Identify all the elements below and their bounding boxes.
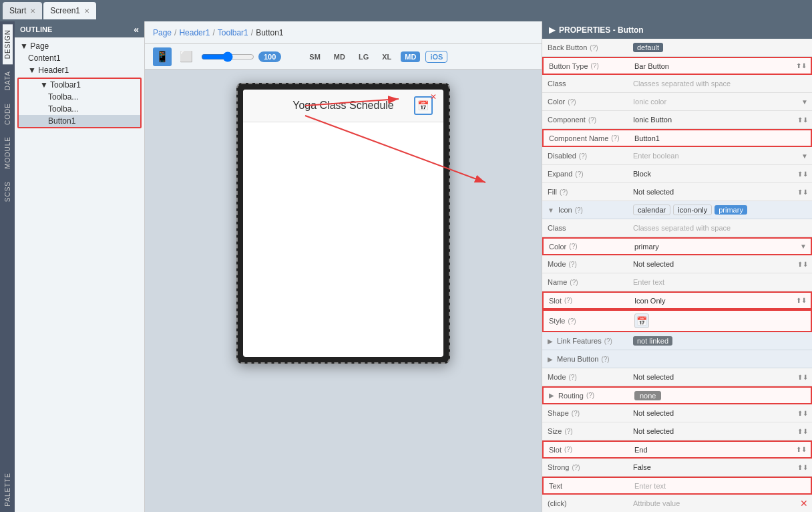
tab-screen1-close[interactable]: ✕ (84, 7, 89, 15)
prop-help-shape[interactable]: (?) (572, 410, 580, 417)
prop-help-expand[interactable]: (?) (575, 170, 583, 178)
disabled-arrow[interactable]: ▼ (801, 152, 808, 160)
prop-help-size[interactable]: (?) (564, 428, 572, 435)
calendar-button[interactable]: 📅 ✕ (414, 96, 433, 115)
prop-help-routing[interactable]: (?) (586, 392, 594, 399)
routing-expand-btn[interactable]: ▶ (549, 392, 554, 399)
bp-xl[interactable]: XL (378, 51, 395, 62)
fill-arrow[interactable]: ⬆⬇ (797, 188, 808, 196)
tree-item-content1[interactable]: Content1 (15, 52, 144, 64)
mobile-device-btn[interactable]: 📱 (153, 47, 172, 66)
icon-expand-btn[interactable]: ▼ (548, 207, 554, 214)
prop-style: Style (?) 📅 (542, 309, 812, 332)
breadcrumb-page[interactable]: Page (153, 28, 172, 37)
prop-help-menu-button[interactable]: (?) (601, 356, 609, 363)
app-header: Yoga Class Schedule 📅 ✕ (243, 90, 443, 122)
prop-value-text[interactable]: Enter text (634, 482, 666, 490)
tablet-device-btn[interactable]: ⬜ (177, 47, 196, 66)
prop-strong: Strong (?) False ⬆⬇ (542, 459, 812, 477)
prop-help-color-primary[interactable]: (?) (569, 243, 577, 250)
prop-help-component-name[interactable]: (?) (611, 134, 619, 142)
prop-value-class-2[interactable]: Classes separated with space (633, 224, 731, 232)
prop-help-link-features[interactable]: (?) (604, 338, 612, 345)
prop-help-style[interactable]: (?) (568, 317, 576, 325)
outline-collapse-btn[interactable]: « (134, 24, 139, 35)
prop-component-name: Component Name (?) Button1 (542, 129, 812, 147)
link-features-expand-btn[interactable]: ▶ (548, 338, 553, 345)
component-arrow[interactable]: ⬆⬇ (797, 116, 808, 124)
prop-value-fill: Not selected (633, 188, 674, 196)
phone-frame: Yoga Class Schedule 📅 ✕ (236, 83, 450, 364)
tree-item-button1[interactable]: Button1 (19, 115, 140, 127)
link-features-not-linked-tag[interactable]: not linked (633, 336, 672, 346)
prop-help-button-type[interactable]: (?) (591, 62, 599, 70)
prop-help-slot-2[interactable]: (?) (564, 446, 572, 453)
shape-arrow[interactable]: ⬆⬇ (797, 410, 808, 417)
prop-help-component[interactable]: (?) (588, 116, 596, 124)
size-arrow[interactable]: ⬆⬇ (797, 428, 808, 435)
rail-design[interactable]: DESIGN (3, 24, 13, 64)
rail-module[interactable]: MODULE (3, 131, 13, 174)
slot-2-arrow[interactable]: ⬆⬇ (796, 446, 807, 453)
prop-help-slot-1[interactable]: (?) (564, 297, 572, 304)
rail-scss[interactable]: SCSS (3, 176, 13, 207)
slot-1-arrow[interactable]: ⬆⬇ (796, 297, 807, 304)
tab-start-close[interactable]: ✕ (30, 7, 35, 15)
breadcrumb-toolbar1[interactable]: Toolbar1 (218, 28, 248, 37)
button-close-x[interactable]: ✕ (430, 92, 437, 102)
outline-panel: OUTLINE « ▼ Page Content1 ▼ Header1 ▼ To… (15, 21, 145, 512)
zoom-slider[interactable] (201, 51, 254, 62)
prop-help-back-button[interactable]: (?) (590, 44, 598, 51)
prop-help-mode-2[interactable]: (?) (569, 374, 577, 381)
color-1-arrow[interactable]: ▼ (801, 98, 808, 106)
mode-1-arrow[interactable]: ⬆⬇ (797, 261, 808, 268)
prop-label-style: Style (549, 317, 565, 325)
mode-2-arrow[interactable]: ⬆⬇ (797, 374, 808, 381)
breadcrumb-button1[interactable]: Button1 (256, 28, 283, 37)
prop-help-strong[interactable]: (?) (572, 464, 580, 471)
style-icon-preview[interactable]: 📅 (634, 313, 649, 328)
prop-help-color-1[interactable]: (?) (568, 98, 576, 106)
prop-help-name[interactable]: (?) (570, 279, 578, 286)
bp-sm[interactable]: SM (305, 51, 325, 62)
tree-item-toolba-2[interactable]: Toolba... (19, 103, 140, 115)
prop-value-click[interactable]: Attribute value (633, 499, 680, 507)
rail-palette[interactable]: PALETTE (3, 467, 13, 512)
tabs-bar: Start ✕ Screen1 ✕ (0, 0, 812, 21)
breadcrumb-header1[interactable]: Header1 (179, 28, 210, 37)
back-button-default-tag[interactable]: default (633, 43, 663, 52)
menu-button-expand-btn[interactable]: ▶ (548, 356, 553, 363)
prop-label-fill: Fill (548, 188, 557, 196)
color-primary-arrow[interactable]: ▼ (800, 243, 807, 250)
prop-label-expand: Expand (548, 170, 572, 178)
prop-help-disabled[interactable]: (?) (579, 152, 587, 160)
prop-help-icon[interactable]: (?) (575, 207, 583, 214)
bp-lg[interactable]: LG (355, 51, 373, 62)
prop-value-name[interactable]: Enter text (633, 278, 664, 286)
prop-value-class-1[interactable]: Classes separated with space (633, 80, 731, 88)
tree-item-toolbar1[interactable]: ▼ Toolbar1 (19, 79, 140, 91)
button-type-arrow[interactable]: ⬆⬇ (796, 62, 807, 70)
strong-arrow[interactable]: ⬆⬇ (797, 464, 808, 471)
prop-help-mode-1[interactable]: (?) (569, 261, 577, 268)
prop-value-color-primary: primary (634, 243, 659, 251)
rail-data[interactable]: DATA (3, 66, 13, 96)
prop-mode-2: Mode (?) Not selected ⬆⬇ (542, 368, 812, 386)
tree-item-header1[interactable]: ▼ Header1 (15, 64, 144, 76)
click-delete-btn[interactable]: ✕ (800, 498, 808, 509)
tree-item-toolba-1[interactable]: Toolba... (19, 91, 140, 103)
prop-label-mode-2: Mode (548, 373, 566, 381)
rail-code[interactable]: CODE (3, 98, 13, 130)
icon-tag-icon-only[interactable]: icon-only (673, 205, 712, 215)
tree-item-page[interactable]: ▼ Page (15, 40, 144, 52)
tab-start[interactable]: Start ✕ (3, 2, 42, 19)
prop-value-size: Not selected (633, 427, 674, 435)
expand-arrow[interactable]: ⬆⬇ (797, 170, 808, 178)
prop-help-fill[interactable]: (?) (560, 188, 568, 196)
icon-tag-calendar[interactable]: calendar (633, 205, 670, 215)
tab-screen1[interactable]: Screen1 ✕ (43, 2, 96, 19)
routing-none-tag[interactable]: none (634, 391, 661, 400)
icon-tag-primary[interactable]: primary (715, 205, 747, 215)
bp-md[interactable]: MD (330, 51, 349, 62)
breadcrumb: Page / Header1 / Toolbar1 / Button1 (145, 21, 542, 44)
